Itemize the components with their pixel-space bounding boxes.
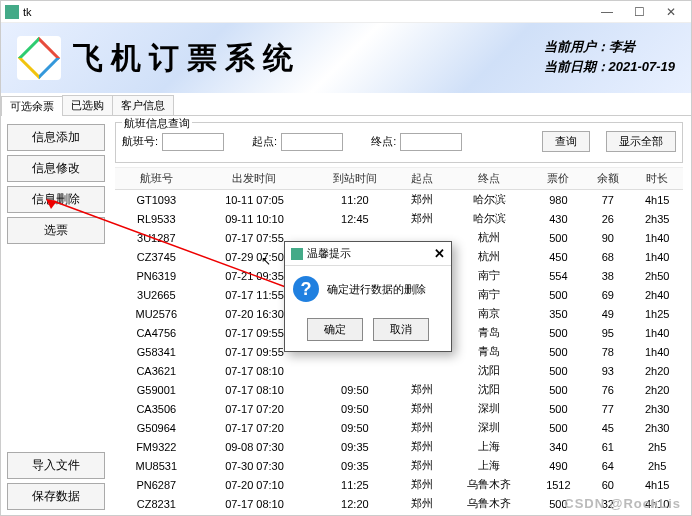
tab-available[interactable]: 可选余票	[1, 96, 63, 116]
flight-input[interactable]	[162, 133, 224, 151]
column-header[interactable]: 出发时间	[198, 168, 312, 190]
table-row[interactable]: G5096407-17 07:2009:50郑州深圳500452h30	[115, 418, 683, 437]
save-button[interactable]: 保存数据	[7, 483, 105, 510]
table-row[interactable]: CA362107-17 08:10沈阳500932h20	[115, 361, 683, 380]
app-title: 飞机订票系统	[73, 38, 301, 79]
end-input[interactable]	[400, 133, 462, 151]
tab-customer[interactable]: 客户信息	[112, 95, 174, 115]
tabs: 可选余票 已选购 客户信息	[1, 93, 691, 116]
column-header[interactable]: 余额	[584, 168, 631, 190]
confirm-dialog: 温馨提示 ✕ ? 确定进行数据的删除 确定 取消	[284, 241, 452, 352]
minimize-button[interactable]: —	[591, 5, 623, 19]
dialog-icon	[291, 248, 303, 260]
delete-button[interactable]: 信息删除	[7, 186, 105, 213]
column-header[interactable]: 票价	[533, 168, 585, 190]
search-legend: 航班信息查询	[122, 116, 192, 131]
column-header[interactable]: 到站时间	[311, 168, 398, 190]
table-row[interactable]: CA350607-17 07:2009:50郑州深圳500772h30	[115, 399, 683, 418]
watermark: CSDN @RockLis	[564, 496, 681, 511]
select-button[interactable]: 选票	[7, 217, 105, 244]
modify-button[interactable]: 信息修改	[7, 155, 105, 182]
tab-purchased[interactable]: 已选购	[62, 95, 113, 115]
user-info: 当前用户：李岩 当前日期：2021-07-19	[544, 37, 676, 77]
logo	[17, 36, 61, 80]
title-bar: tk — ☐ ✕	[1, 1, 691, 23]
sidebar: 信息添加 信息修改 信息删除 选票 导入文件 保存数据	[1, 116, 111, 516]
import-button[interactable]: 导入文件	[7, 452, 105, 479]
dialog-message: 确定进行数据的删除	[327, 282, 426, 297]
dialog-cancel-button[interactable]: 取消	[373, 318, 429, 341]
column-header[interactable]: 时长	[631, 168, 683, 190]
dialog-title: 温馨提示	[307, 246, 351, 261]
search-panel: 航班信息查询 航班号: 起点: 终点: 查询 显示全部	[115, 122, 683, 163]
table-row[interactable]: PN628707-20 07:1011:25郑州乌鲁木齐1512604h15	[115, 475, 683, 494]
query-button[interactable]: 查询	[542, 131, 590, 152]
add-button[interactable]: 信息添加	[7, 124, 105, 151]
show-all-button[interactable]: 显示全部	[606, 131, 676, 152]
app-icon	[5, 5, 19, 19]
maximize-button[interactable]: ☐	[623, 5, 655, 19]
column-header[interactable]: 起点	[398, 168, 445, 190]
question-icon: ?	[293, 276, 319, 302]
window-title: tk	[23, 6, 32, 18]
table-row[interactable]: MU853107-30 07:3009:35郑州上海490642h5	[115, 456, 683, 475]
start-input[interactable]	[281, 133, 343, 151]
dialog-ok-button[interactable]: 确定	[307, 318, 363, 341]
header-banner: 飞机订票系统 当前用户：李岩 当前日期：2021-07-19	[1, 23, 691, 93]
table-row[interactable]: G5900107-17 08:1009:50郑州沈阳500762h20	[115, 380, 683, 399]
dialog-close-icon[interactable]: ✕	[434, 246, 445, 261]
close-button[interactable]: ✕	[655, 5, 687, 19]
column-header[interactable]: 终点	[446, 168, 533, 190]
table-row[interactable]: GT109310-11 07:0511:20郑州哈尔滨980774h15	[115, 190, 683, 210]
table-row[interactable]: FM932209-08 07:3009:35郑州上海340612h5	[115, 437, 683, 456]
table-row[interactable]: RL953309-11 10:1012:45郑州哈尔滨430262h35	[115, 209, 683, 228]
end-label: 终点:	[371, 134, 396, 149]
start-label: 起点:	[252, 134, 277, 149]
flight-label: 航班号:	[122, 134, 158, 149]
column-header[interactable]: 航班号	[115, 168, 198, 190]
